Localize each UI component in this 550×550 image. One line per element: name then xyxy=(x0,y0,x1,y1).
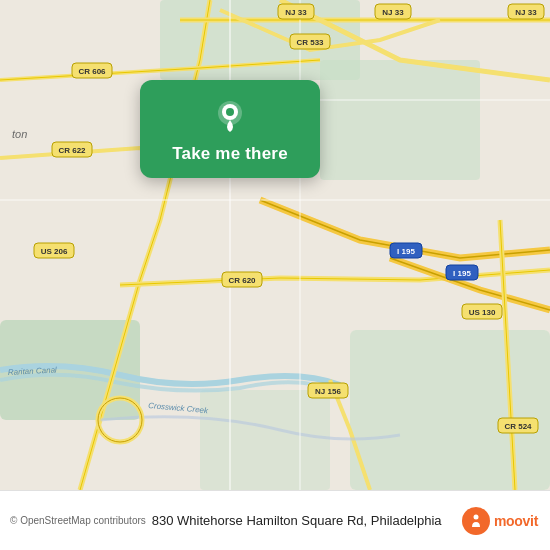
svg-text:I 195: I 195 xyxy=(453,269,471,278)
map-svg: NJ 33 NJ 33 NJ 33 CR 606 CR 533 CR 622 U… xyxy=(0,0,550,490)
svg-text:NJ 33: NJ 33 xyxy=(515,8,537,17)
svg-text:I 195: I 195 xyxy=(397,247,415,256)
svg-text:CR 524: CR 524 xyxy=(504,422,532,431)
attribution-text: © OpenStreetMap contributors xyxy=(10,515,146,526)
svg-rect-2 xyxy=(320,60,480,180)
svg-rect-5 xyxy=(200,390,330,490)
svg-text:CR 622: CR 622 xyxy=(58,146,86,155)
moovit-text: moovit xyxy=(494,513,538,529)
svg-rect-4 xyxy=(350,330,550,490)
map-container: NJ 33 NJ 33 NJ 33 CR 606 CR 533 CR 622 U… xyxy=(0,0,550,490)
svg-text:US 130: US 130 xyxy=(469,308,496,317)
svg-text:ton: ton xyxy=(12,128,27,140)
svg-text:CR 533: CR 533 xyxy=(296,38,324,47)
moovit-bus-icon xyxy=(462,507,490,535)
location-pin-icon xyxy=(212,98,248,134)
svg-point-39 xyxy=(226,108,234,116)
moovit-logo: moovit xyxy=(462,507,538,535)
svg-text:NJ 33: NJ 33 xyxy=(382,8,404,17)
take-me-there-button[interactable]: Take me there xyxy=(140,80,320,178)
bottom-bar: © OpenStreetMap contributors 830 Whiteho… xyxy=(0,490,550,550)
take-me-there-label: Take me there xyxy=(172,144,288,164)
svg-text:CR 620: CR 620 xyxy=(228,276,256,285)
address-text: 830 Whitehorse Hamilton Square Rd, Phila… xyxy=(152,513,462,528)
svg-text:US 206: US 206 xyxy=(41,247,68,256)
svg-point-40 xyxy=(473,514,478,519)
svg-text:CR 606: CR 606 xyxy=(78,67,106,76)
svg-text:NJ 156: NJ 156 xyxy=(315,387,341,396)
svg-text:NJ 33: NJ 33 xyxy=(285,8,307,17)
